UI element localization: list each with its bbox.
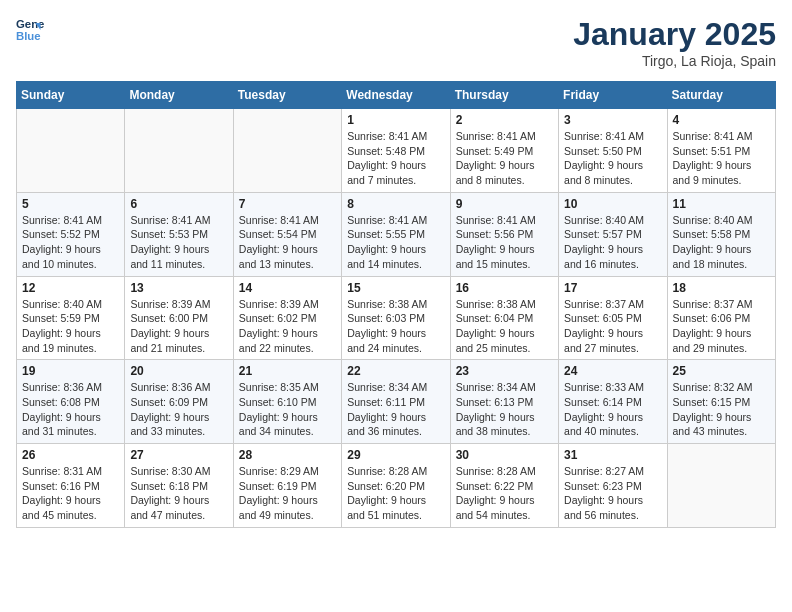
calendar-cell: 11Sunrise: 8:40 AMSunset: 5:58 PMDayligh… bbox=[667, 192, 775, 276]
weekday-header-tuesday: Tuesday bbox=[233, 82, 341, 109]
calendar-cell bbox=[667, 444, 775, 528]
day-number: 15 bbox=[347, 281, 444, 295]
day-number: 6 bbox=[130, 197, 227, 211]
day-number: 29 bbox=[347, 448, 444, 462]
calendar-cell: 14Sunrise: 8:39 AMSunset: 6:02 PMDayligh… bbox=[233, 276, 341, 360]
calendar-cell: 23Sunrise: 8:34 AMSunset: 6:13 PMDayligh… bbox=[450, 360, 558, 444]
weekday-header-row: SundayMondayTuesdayWednesdayThursdayFrid… bbox=[17, 82, 776, 109]
day-info: Sunrise: 8:37 AMSunset: 6:05 PMDaylight:… bbox=[564, 297, 661, 356]
page-header: General Blue January 2025 Tirgo, La Rioj… bbox=[16, 16, 776, 69]
calendar-cell: 18Sunrise: 8:37 AMSunset: 6:06 PMDayligh… bbox=[667, 276, 775, 360]
day-info: Sunrise: 8:28 AMSunset: 6:22 PMDaylight:… bbox=[456, 464, 553, 523]
day-number: 12 bbox=[22, 281, 119, 295]
day-number: 8 bbox=[347, 197, 444, 211]
weekday-header-saturday: Saturday bbox=[667, 82, 775, 109]
day-number: 31 bbox=[564, 448, 661, 462]
svg-text:Blue: Blue bbox=[16, 30, 41, 42]
weekday-header-monday: Monday bbox=[125, 82, 233, 109]
day-number: 17 bbox=[564, 281, 661, 295]
day-info: Sunrise: 8:41 AMSunset: 5:55 PMDaylight:… bbox=[347, 213, 444, 272]
day-info: Sunrise: 8:36 AMSunset: 6:09 PMDaylight:… bbox=[130, 380, 227, 439]
calendar-table: SundayMondayTuesdayWednesdayThursdayFrid… bbox=[16, 81, 776, 528]
day-number: 2 bbox=[456, 113, 553, 127]
week-row-2: 5Sunrise: 8:41 AMSunset: 5:52 PMDaylight… bbox=[17, 192, 776, 276]
day-number: 28 bbox=[239, 448, 336, 462]
day-number: 24 bbox=[564, 364, 661, 378]
calendar-cell: 27Sunrise: 8:30 AMSunset: 6:18 PMDayligh… bbox=[125, 444, 233, 528]
day-info: Sunrise: 8:39 AMSunset: 6:02 PMDaylight:… bbox=[239, 297, 336, 356]
calendar-cell: 7Sunrise: 8:41 AMSunset: 5:54 PMDaylight… bbox=[233, 192, 341, 276]
calendar-cell: 2Sunrise: 8:41 AMSunset: 5:49 PMDaylight… bbox=[450, 109, 558, 193]
calendar-cell bbox=[233, 109, 341, 193]
day-number: 16 bbox=[456, 281, 553, 295]
day-number: 18 bbox=[673, 281, 770, 295]
calendar-cell: 29Sunrise: 8:28 AMSunset: 6:20 PMDayligh… bbox=[342, 444, 450, 528]
calendar-cell: 5Sunrise: 8:41 AMSunset: 5:52 PMDaylight… bbox=[17, 192, 125, 276]
day-number: 5 bbox=[22, 197, 119, 211]
day-number: 13 bbox=[130, 281, 227, 295]
calendar-cell: 3Sunrise: 8:41 AMSunset: 5:50 PMDaylight… bbox=[559, 109, 667, 193]
day-info: Sunrise: 8:39 AMSunset: 6:00 PMDaylight:… bbox=[130, 297, 227, 356]
week-row-5: 26Sunrise: 8:31 AMSunset: 6:16 PMDayligh… bbox=[17, 444, 776, 528]
weekday-header-wednesday: Wednesday bbox=[342, 82, 450, 109]
day-info: Sunrise: 8:41 AMSunset: 5:54 PMDaylight:… bbox=[239, 213, 336, 272]
day-info: Sunrise: 8:29 AMSunset: 6:19 PMDaylight:… bbox=[239, 464, 336, 523]
calendar-cell: 12Sunrise: 8:40 AMSunset: 5:59 PMDayligh… bbox=[17, 276, 125, 360]
day-number: 10 bbox=[564, 197, 661, 211]
calendar-cell: 21Sunrise: 8:35 AMSunset: 6:10 PMDayligh… bbox=[233, 360, 341, 444]
calendar-cell: 19Sunrise: 8:36 AMSunset: 6:08 PMDayligh… bbox=[17, 360, 125, 444]
day-number: 11 bbox=[673, 197, 770, 211]
calendar-cell bbox=[17, 109, 125, 193]
day-number: 20 bbox=[130, 364, 227, 378]
day-info: Sunrise: 8:30 AMSunset: 6:18 PMDaylight:… bbox=[130, 464, 227, 523]
day-info: Sunrise: 8:41 AMSunset: 5:48 PMDaylight:… bbox=[347, 129, 444, 188]
calendar-cell: 28Sunrise: 8:29 AMSunset: 6:19 PMDayligh… bbox=[233, 444, 341, 528]
location-subtitle: Tirgo, La Rioja, Spain bbox=[573, 53, 776, 69]
calendar-cell bbox=[125, 109, 233, 193]
day-info: Sunrise: 8:40 AMSunset: 5:57 PMDaylight:… bbox=[564, 213, 661, 272]
day-number: 26 bbox=[22, 448, 119, 462]
weekday-header-friday: Friday bbox=[559, 82, 667, 109]
day-number: 27 bbox=[130, 448, 227, 462]
day-info: Sunrise: 8:38 AMSunset: 6:03 PMDaylight:… bbox=[347, 297, 444, 356]
day-number: 22 bbox=[347, 364, 444, 378]
calendar-cell: 15Sunrise: 8:38 AMSunset: 6:03 PMDayligh… bbox=[342, 276, 450, 360]
calendar-cell: 1Sunrise: 8:41 AMSunset: 5:48 PMDaylight… bbox=[342, 109, 450, 193]
day-number: 19 bbox=[22, 364, 119, 378]
day-info: Sunrise: 8:34 AMSunset: 6:11 PMDaylight:… bbox=[347, 380, 444, 439]
calendar-cell: 8Sunrise: 8:41 AMSunset: 5:55 PMDaylight… bbox=[342, 192, 450, 276]
day-info: Sunrise: 8:32 AMSunset: 6:15 PMDaylight:… bbox=[673, 380, 770, 439]
calendar-cell: 20Sunrise: 8:36 AMSunset: 6:09 PMDayligh… bbox=[125, 360, 233, 444]
calendar-cell: 30Sunrise: 8:28 AMSunset: 6:22 PMDayligh… bbox=[450, 444, 558, 528]
day-info: Sunrise: 8:41 AMSunset: 5:56 PMDaylight:… bbox=[456, 213, 553, 272]
weekday-header-sunday: Sunday bbox=[17, 82, 125, 109]
day-info: Sunrise: 8:38 AMSunset: 6:04 PMDaylight:… bbox=[456, 297, 553, 356]
logo-icon: General Blue bbox=[16, 16, 44, 44]
day-info: Sunrise: 8:41 AMSunset: 5:49 PMDaylight:… bbox=[456, 129, 553, 188]
day-info: Sunrise: 8:41 AMSunset: 5:50 PMDaylight:… bbox=[564, 129, 661, 188]
calendar-cell: 22Sunrise: 8:34 AMSunset: 6:11 PMDayligh… bbox=[342, 360, 450, 444]
calendar-cell: 24Sunrise: 8:33 AMSunset: 6:14 PMDayligh… bbox=[559, 360, 667, 444]
calendar-cell: 31Sunrise: 8:27 AMSunset: 6:23 PMDayligh… bbox=[559, 444, 667, 528]
week-row-4: 19Sunrise: 8:36 AMSunset: 6:08 PMDayligh… bbox=[17, 360, 776, 444]
calendar-cell: 17Sunrise: 8:37 AMSunset: 6:05 PMDayligh… bbox=[559, 276, 667, 360]
calendar-cell: 9Sunrise: 8:41 AMSunset: 5:56 PMDaylight… bbox=[450, 192, 558, 276]
day-number: 25 bbox=[673, 364, 770, 378]
weekday-header-thursday: Thursday bbox=[450, 82, 558, 109]
day-info: Sunrise: 8:40 AMSunset: 5:59 PMDaylight:… bbox=[22, 297, 119, 356]
day-info: Sunrise: 8:37 AMSunset: 6:06 PMDaylight:… bbox=[673, 297, 770, 356]
day-info: Sunrise: 8:34 AMSunset: 6:13 PMDaylight:… bbox=[456, 380, 553, 439]
day-info: Sunrise: 8:35 AMSunset: 6:10 PMDaylight:… bbox=[239, 380, 336, 439]
day-number: 21 bbox=[239, 364, 336, 378]
day-number: 23 bbox=[456, 364, 553, 378]
day-number: 9 bbox=[456, 197, 553, 211]
day-info: Sunrise: 8:41 AMSunset: 5:52 PMDaylight:… bbox=[22, 213, 119, 272]
day-number: 1 bbox=[347, 113, 444, 127]
day-info: Sunrise: 8:31 AMSunset: 6:16 PMDaylight:… bbox=[22, 464, 119, 523]
day-number: 3 bbox=[564, 113, 661, 127]
day-number: 4 bbox=[673, 113, 770, 127]
day-info: Sunrise: 8:41 AMSunset: 5:51 PMDaylight:… bbox=[673, 129, 770, 188]
calendar-cell: 25Sunrise: 8:32 AMSunset: 6:15 PMDayligh… bbox=[667, 360, 775, 444]
day-info: Sunrise: 8:28 AMSunset: 6:20 PMDaylight:… bbox=[347, 464, 444, 523]
day-number: 7 bbox=[239, 197, 336, 211]
